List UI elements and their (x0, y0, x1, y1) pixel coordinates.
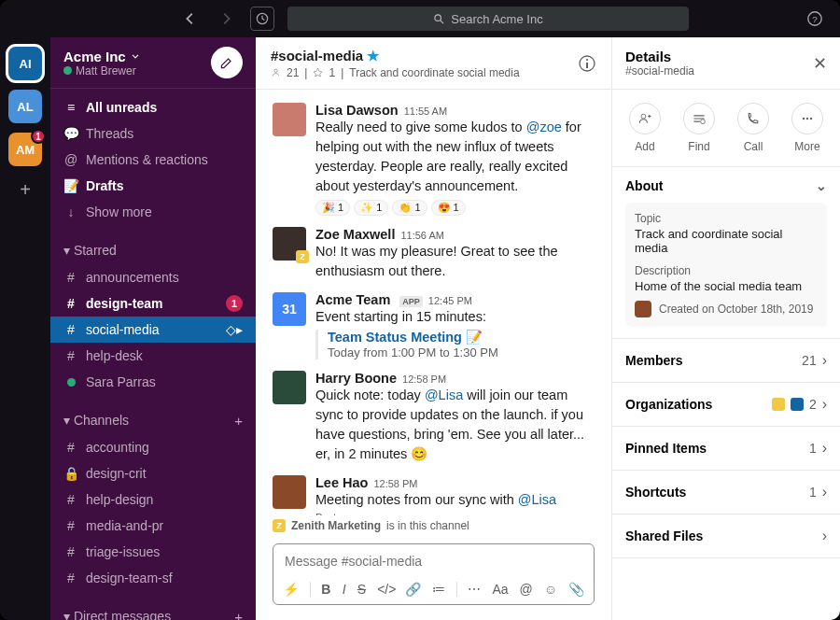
avatar[interactable] (273, 103, 306, 136)
svg-text:?: ? (812, 14, 818, 24)
sidebar-item-help-desk[interactable]: #help-desk (50, 343, 256, 369)
message-text: No! It was my pleasure! Great to see the… (315, 242, 595, 281)
reaction[interactable]: 👏 1 (392, 200, 427, 216)
details-title: Details (625, 49, 694, 64)
message-author[interactable]: Lisa Dawson (315, 103, 399, 118)
channel-name[interactable]: #social-media★ (271, 48, 520, 64)
creator-avatar (635, 301, 651, 317)
details-action-call[interactable]: Call (737, 103, 769, 153)
link-button[interactable]: 🔗 (405, 582, 421, 597)
svg-point-12 (810, 118, 812, 120)
sidebar-item-sara-parras[interactable]: Sara Parras (50, 369, 256, 395)
avatar[interactable]: 31 (273, 292, 306, 326)
svg-point-4 (274, 69, 277, 72)
channel-info-button[interactable] (578, 54, 596, 73)
chevron-down-icon: ⌄ (816, 178, 827, 193)
add-button[interactable]: + (234, 609, 243, 621)
message-author[interactable]: Lee Hao (315, 475, 368, 490)
nav-threads[interactable]: 💬Threads (50, 120, 256, 147)
more-formatting-button[interactable]: ⋯ (468, 582, 481, 597)
message-text: Quick note: today @Lisa will join our te… (315, 386, 595, 464)
list-button[interactable]: ≔ (432, 582, 445, 597)
reaction[interactable]: 😍 1 (431, 200, 466, 216)
message-text: Meeting notes from our sync with @Lisa (315, 490, 595, 510)
sidebar-item-announcements[interactable]: #announcements (50, 264, 256, 290)
message-text: Really need to give some kudos to @zoe f… (315, 118, 595, 196)
sidebar-item-accounting[interactable]: #accounting (50, 434, 256, 460)
history-forward-button[interactable] (215, 7, 237, 30)
history-back-button[interactable] (179, 7, 202, 30)
details-row-pinned-items[interactable]: Pinned Items1 › (612, 427, 840, 471)
details-row-members[interactable]: Members21 › (612, 339, 840, 383)
strike-button[interactable]: S (357, 582, 366, 597)
avatar[interactable] (273, 371, 306, 404)
sidebar: Acme Inc Matt Brewer ≡All unreads💬Thread… (50, 37, 256, 620)
svg-point-8 (641, 114, 646, 119)
sidebar-item-help-design[interactable]: #help-design (50, 486, 256, 513)
sidebar-item-triage-issues[interactable]: #triage-issues (50, 539, 256, 565)
workspace-AL[interactable]: AL (8, 90, 42, 123)
sidebar-item-social-media[interactable]: #social-media◇▸ (50, 317, 256, 343)
svg-rect-7 (586, 63, 588, 68)
about-section-toggle[interactable]: About⌄ (625, 178, 827, 193)
italic-button[interactable]: I (342, 582, 345, 597)
section-starred[interactable]: ▾ Starred (50, 236, 256, 264)
details-row-shared-files[interactable]: Shared Files › (612, 514, 840, 558)
history-button[interactable] (250, 7, 274, 31)
message: Lisa Dawson11:55 AMReally need to give s… (273, 97, 595, 221)
channel-header: #social-media★ 21|1|Track and coordinate… (256, 37, 611, 90)
sidebar-item-media-and-pr[interactable]: #media-and-pr (50, 513, 256, 539)
message: ZZoe Maxwell11:56 AMNo! It was my pleasu… (273, 221, 595, 287)
reaction[interactable]: 🎉 1 (315, 200, 350, 216)
avatar[interactable]: Z (273, 227, 306, 261)
help-button[interactable]: ? (805, 8, 825, 29)
message-author[interactable]: Harry Boone (315, 371, 397, 386)
section-channels[interactable]: ▾ Channels+ (50, 406, 256, 434)
channel-notice: ZZenith Marketingis in this channel (256, 515, 611, 536)
workspace-rail: AIALAM1+ (0, 37, 50, 620)
details-row-organizations[interactable]: Organizations2 › (612, 383, 840, 427)
section-direct-messages[interactable]: ▾ Direct messages+ (50, 602, 256, 620)
lightning-button[interactable]: ⚡ (283, 582, 299, 597)
mention-button[interactable]: @ (520, 582, 533, 597)
avatar[interactable] (273, 475, 306, 509)
details-action-more[interactable]: More (791, 103, 823, 153)
bold-button[interactable]: B (321, 582, 330, 597)
close-details-button[interactable]: ✕ (813, 53, 827, 74)
mention[interactable]: @Lisa (518, 492, 556, 507)
workspace-switcher[interactable]: Acme Inc Matt Brewer (63, 49, 211, 78)
nav-drafts[interactable]: 📝Drafts (50, 173, 256, 199)
mention[interactable]: @Lisa (425, 388, 463, 402)
format-button[interactable]: Aa (492, 582, 508, 597)
svg-point-10 (803, 118, 805, 120)
nav-show-more[interactable]: ↓Show more (50, 199, 256, 225)
emoji-button[interactable]: ☺ (544, 582, 557, 597)
chevron-down-icon (130, 50, 141, 62)
star-icon[interactable]: ★ (367, 48, 379, 64)
add-button[interactable]: + (234, 413, 243, 429)
sidebar-item-design-crit[interactable]: 🔒design-crit (50, 460, 256, 486)
pin-icon (313, 67, 323, 78)
message-input[interactable] (273, 544, 594, 578)
event-title[interactable]: Team Status Meeting 📝 (328, 330, 595, 345)
sidebar-item-design-team[interactable]: #design-team1 (50, 290, 256, 317)
details-action-add[interactable]: Add (629, 103, 661, 153)
details-row-shortcuts[interactable]: Shortcuts1 › (612, 471, 840, 514)
search-input[interactable]: Search Acme Inc (287, 7, 689, 31)
reaction[interactable]: ✨ 1 (354, 200, 388, 216)
message-author[interactable]: Zoe Maxwell (315, 227, 395, 242)
details-action-find[interactable]: Find (683, 103, 715, 153)
sidebar-item-design-team-sf[interactable]: #design-team-sf (50, 565, 256, 591)
svg-point-11 (806, 118, 808, 120)
mention[interactable]: @zoe (526, 120, 562, 134)
code-button[interactable]: </> (377, 582, 394, 597)
workspace-AM[interactable]: AM1 (8, 133, 42, 166)
message-composer: ⚡ B I S </> 🔗 ≔ ⋯ Aa @ ☺ 📎 (273, 543, 595, 605)
attach-button[interactable]: 📎 (568, 582, 584, 597)
message-author[interactable]: Acme Team (315, 292, 390, 307)
nav-mentions-reactions[interactable]: @Mentions & reactions (50, 147, 256, 173)
nav-all-unreads[interactable]: ≡All unreads (50, 94, 256, 120)
workspace-AI[interactable]: AI (8, 47, 42, 80)
compose-button[interactable] (211, 47, 243, 78)
add-workspace-button[interactable]: + (20, 179, 31, 201)
